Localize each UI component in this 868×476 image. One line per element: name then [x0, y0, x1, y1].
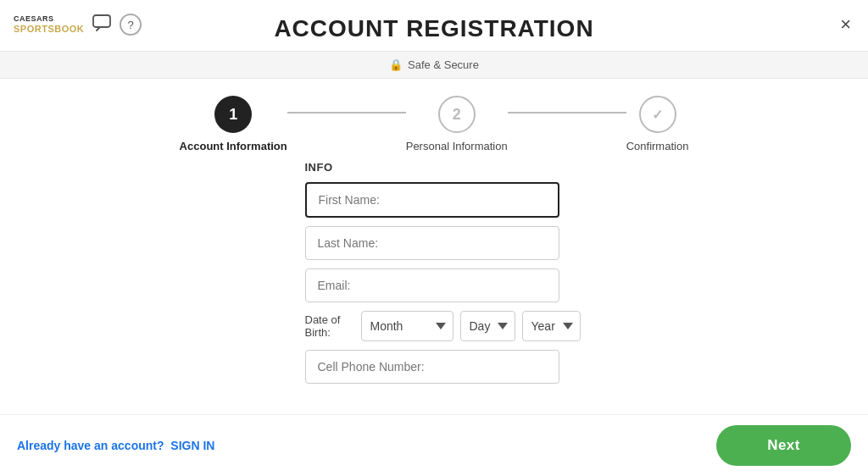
close-button[interactable]: ×	[840, 14, 851, 36]
form-wrapper: INFO Date ofBirth: Month JanuaryFebruary…	[305, 161, 559, 392]
step-3-label: Confirmation	[626, 140, 689, 152]
step-1-circle: 1	[214, 96, 252, 133]
modal-header: CAESARS SPORTSBOOK ? ACCOUNT REGISTRATIO…	[0, 0, 868, 51]
dob-month-select[interactable]: Month JanuaryFebruaryMarch AprilMayJune …	[361, 311, 453, 341]
phone-input[interactable]	[305, 350, 559, 384]
step-2-number: 2	[453, 106, 461, 124]
already-account-link[interactable]: Already have an account? SIGN IN	[17, 439, 214, 452]
stepper: 1 Account Information 2 Personal Informa…	[0, 79, 868, 161]
footer-bar: Already have an account? SIGN IN Next	[0, 414, 868, 476]
step-line-1	[287, 112, 406, 113]
dob-day-select[interactable]: Day	[460, 311, 515, 341]
brand-name-bottom: SPORTSBOOK	[14, 24, 84, 34]
svg-rect-0	[93, 15, 110, 27]
top-left-icons: CAESARS SPORTSBOOK ?	[14, 14, 142, 36]
form-section: INFO Date ofBirth: Month JanuaryFebruary…	[0, 161, 868, 414]
step-1: 1 Account Information	[180, 96, 287, 152]
step-line-2	[508, 112, 626, 113]
secure-label: Safe & Secure	[408, 58, 479, 71]
step-2-circle: 2	[438, 96, 476, 133]
already-account-text: Already have an account?	[17, 439, 164, 452]
sign-in-link[interactable]: SIGN IN	[170, 439, 214, 452]
step-2: 2 Personal Information	[406, 96, 508, 152]
modal-container: CAESARS SPORTSBOOK ? ACCOUNT REGISTRATIO…	[0, 0, 868, 476]
dob-row: Date ofBirth: Month JanuaryFebruaryMarch…	[305, 311, 559, 341]
step-1-label: Account Information	[180, 140, 287, 152]
first-name-input[interactable]	[305, 182, 559, 218]
modal-title: ACCOUNT REGISTRATION	[17, 15, 851, 42]
brand-name-top: CAESARS	[14, 15, 84, 24]
lock-icon: 🔒	[389, 58, 403, 71]
email-input[interactable]	[305, 268, 559, 302]
secure-bar: 🔒 Safe & Secure	[0, 51, 868, 79]
next-button[interactable]: Next	[716, 425, 851, 466]
dob-label: Date ofBirth:	[305, 313, 354, 339]
brand-logo: CAESARS SPORTSBOOK	[14, 15, 84, 34]
chat-icon-button[interactable]	[92, 14, 111, 36]
help-icon-button[interactable]: ?	[120, 14, 142, 36]
step-3-check: ✓	[652, 107, 663, 123]
step-3: ✓ Confirmation	[626, 96, 689, 152]
step-2-label: Personal Information	[406, 140, 508, 152]
step-1-number: 1	[229, 106, 237, 124]
last-name-input[interactable]	[305, 226, 559, 260]
dob-year-select[interactable]: Year	[522, 311, 581, 341]
form-section-label: INFO	[305, 161, 559, 174]
step-3-circle: ✓	[639, 96, 676, 133]
